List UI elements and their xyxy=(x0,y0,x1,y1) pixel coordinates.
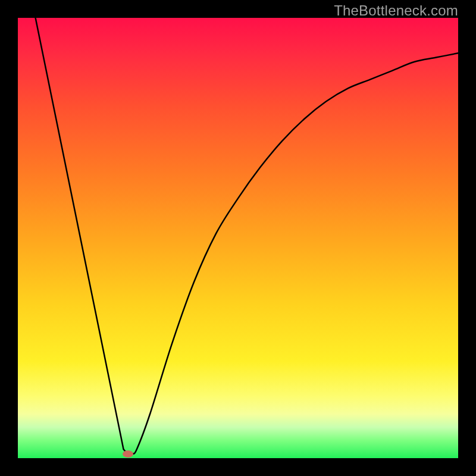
minimum-marker xyxy=(123,450,133,458)
bottleneck-curve xyxy=(0,0,476,476)
chart-frame: TheBottleneck.com xyxy=(0,0,476,476)
